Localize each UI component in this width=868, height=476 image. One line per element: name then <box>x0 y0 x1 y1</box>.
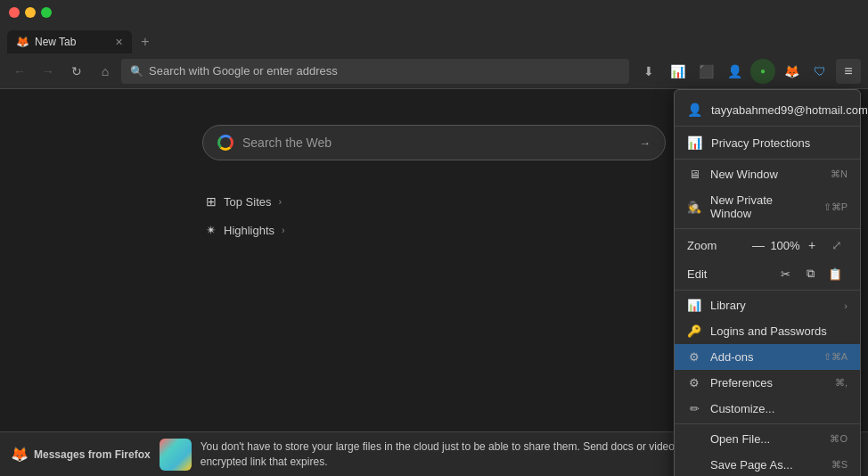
search-icon: 🔍 <box>130 65 143 78</box>
customize-item[interactable]: ✏ Customize... <box>675 396 860 422</box>
copy-button[interactable]: ⧉ <box>798 263 823 284</box>
paste-button[interactable]: 📋 <box>823 263 848 284</box>
sync-icon-btn[interactable]: 👤 <box>722 59 747 84</box>
menu-section-file: Open File... ⌘O Save Page As... ⌘S 🖨 Pri… <box>675 424 860 476</box>
home-button[interactable]: ⌂ <box>93 59 118 84</box>
menu-section-windows: 🖥 New Window ⌘N 🕵 New Private Window ⇧⌘P <box>675 160 860 229</box>
new-window-label: New Window <box>710 168 822 181</box>
notif-sender-icon: 🦊 <box>11 446 29 463</box>
library-icon: 📊 <box>687 299 701 312</box>
user-account-item[interactable]: 👤 tayyabahmed99@hotmail.com › <box>675 95 860 124</box>
back-icon: ← <box>13 64 26 78</box>
new-window-icon: 🖥 <box>687 168 701 181</box>
tab-title: New Tab <box>35 36 76 48</box>
highlights-icon: ✴ <box>206 223 217 237</box>
tab-close-button[interactable]: ✕ <box>115 37 123 48</box>
logins-icon: 🔑 <box>687 324 701 338</box>
dropdown-menu: 👤 tayyabahmed99@hotmail.com › 📊 Privacy … <box>674 89 861 476</box>
highlights-item[interactable]: ✴ Highlights › <box>202 216 666 244</box>
reload-icon: ↻ <box>71 64 82 78</box>
preferences-item[interactable]: ⚙ Preferences ⌘, <box>675 370 860 396</box>
download-icon-btn[interactable]: ⬇ <box>636 59 661 84</box>
top-sites-chevron: › <box>278 196 282 207</box>
new-private-window-item[interactable]: 🕵 New Private Window ⇧⌘P <box>675 187 860 226</box>
logins-item[interactable]: 🔑 Logins and Passwords <box>675 318 860 344</box>
close-button[interactable] <box>9 7 20 18</box>
shield-icon-btn[interactable]: 🛡 <box>807 59 832 84</box>
open-file-item[interactable]: Open File... ⌘O <box>675 426 860 452</box>
open-file-label: Open File... <box>687 432 821 446</box>
zoom-value: 100% <box>769 239 801 252</box>
privacy-protections-item[interactable]: 📊 Privacy Protections <box>675 128 860 157</box>
user-icon: 👤 <box>687 103 702 117</box>
address-text: Search with Google or enter address <box>149 64 620 78</box>
zoom-label: Zoom <box>687 239 748 252</box>
customize-icon: ✏ <box>687 402 701 415</box>
back-button[interactable]: ← <box>7 59 32 84</box>
google-search-bar[interactable]: Search the Web → <box>202 125 666 160</box>
address-bar[interactable]: 🔍 Search with Google or enter address <box>121 59 629 84</box>
zoom-minus-button[interactable]: — <box>748 234 769 256</box>
menu-section-tools: 📊 Library › 🔑 Logins and Passwords ⚙ Add… <box>675 291 860 424</box>
logins-label: Logins and Passwords <box>710 324 848 338</box>
save-page-item[interactable]: Save Page As... ⌘S <box>675 452 860 476</box>
firefox-send-icon <box>160 439 192 471</box>
top-sites-item[interactable]: ⊞ Top Sites › <box>202 187 666 216</box>
minimize-button[interactable] <box>25 7 36 18</box>
maximize-button[interactable] <box>41 7 52 18</box>
reload-button[interactable]: ↻ <box>64 59 89 84</box>
menu-section-zoom: Zoom — 100% + ⤢ Edit ✂ ⧉ 📋 <box>675 229 860 291</box>
open-file-shortcut: ⌘O <box>830 433 848 445</box>
library-chevron: › <box>844 300 848 311</box>
google-logo <box>217 135 233 151</box>
library-item[interactable]: 📊 Library › <box>675 292 860 318</box>
preferences-shortcut: ⌘, <box>835 377 848 389</box>
edit-label: Edit <box>687 267 773 281</box>
new-private-label: New Private Window <box>710 193 815 220</box>
privacy-label: Privacy Protections <box>711 136 848 150</box>
menu-section-privacy: 📊 Privacy Protections <box>675 127 860 160</box>
tab-favicon: 🦊 <box>16 36 29 48</box>
active-tab[interactable]: 🦊 New Tab ✕ <box>7 30 132 53</box>
section-items: ⊞ Top Sites › ✴ Highlights › <box>202 187 666 244</box>
new-window-item[interactable]: 🖥 New Window ⌘N <box>675 161 860 187</box>
new-private-icon: 🕵 <box>687 201 701 214</box>
new-private-shortcut: ⇧⌘P <box>823 201 848 213</box>
nav-bar: ← → ↻ ⌂ 🔍 Search with Google or enter ad… <box>0 53 868 89</box>
preferences-label: Preferences <box>710 376 826 390</box>
menu-button[interactable]: ≡ <box>836 59 861 84</box>
library-icon-btn[interactable]: 📊 <box>665 59 690 84</box>
menu-section-user: 👤 tayyabahmed99@hotmail.com › <box>675 94 860 127</box>
notif-sender: Messages from Firefox <box>34 448 151 461</box>
customize-label: Customize... <box>710 402 848 415</box>
addons-icon: ⚙ <box>687 350 701 364</box>
highlights-label: Highlights <box>224 224 274 237</box>
zoom-expand-button[interactable]: ⤢ <box>826 234 848 256</box>
title-bar <box>0 0 868 25</box>
addons-shortcut: ⇧⌘A <box>823 351 848 363</box>
tracker-icon-btn[interactable]: ● <box>750 59 775 84</box>
library-label: Library <box>710 299 835 312</box>
edit-row: Edit ✂ ⧉ 📋 <box>675 259 860 288</box>
zoom-row: Zoom — 100% + ⤢ <box>675 231 860 259</box>
traffic-lights <box>9 7 52 18</box>
google-search-text: Search the Web <box>242 135 630 150</box>
cut-button[interactable]: ✂ <box>773 263 798 284</box>
save-page-label: Save Page As... <box>687 458 823 472</box>
top-sites-label: Top Sites <box>224 195 271 209</box>
addons-label: Add-ons <box>710 350 815 364</box>
zoom-plus-button[interactable]: + <box>801 234 823 256</box>
top-sites-icon: ⊞ <box>206 194 217 209</box>
highlights-chevron: › <box>282 225 285 235</box>
forward-icon: → <box>42 64 54 78</box>
addons-item[interactable]: ⚙ Add-ons ⇧⌘A <box>675 344 860 370</box>
tab-bar: 🦊 New Tab ✕ + <box>0 25 868 53</box>
home-icon: ⌂ <box>102 64 109 78</box>
forward-button[interactable]: → <box>36 59 61 84</box>
toolbar-icons: ⬇ 📊 ⬛ 👤 ● 🦊 🛡 ≡ <box>636 59 861 84</box>
new-tab-button[interactable]: + <box>134 30 157 53</box>
pocket-icon-btn[interactable]: ⬛ <box>693 59 718 84</box>
search-arrow-icon: → <box>639 136 651 150</box>
container-icon-btn[interactable]: 🦊 <box>779 59 804 84</box>
user-email-label: tayyabahmed99@hotmail.com <box>711 103 868 117</box>
